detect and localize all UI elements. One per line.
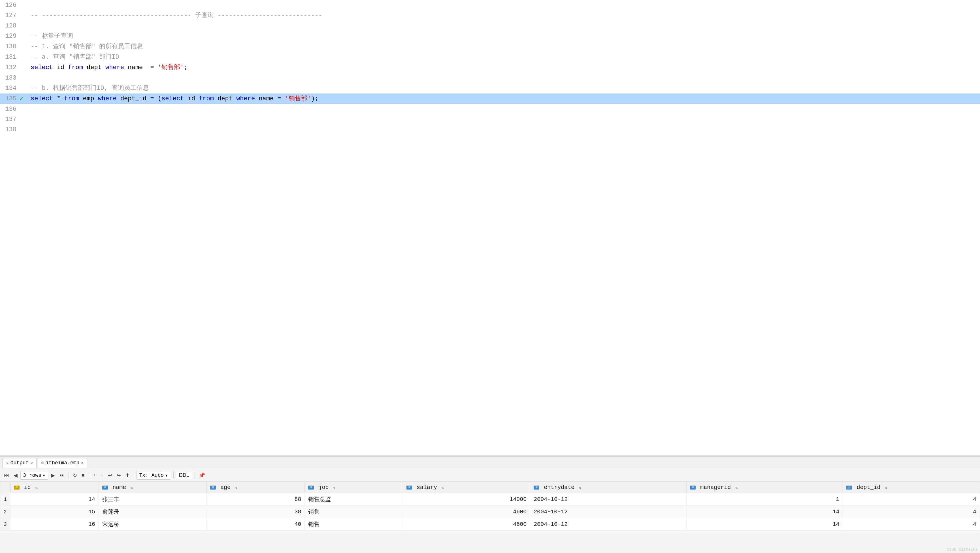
deptid-sort-icon: ⇅	[885, 486, 887, 490]
tab-itheima-emp[interactable]: ⊞ itheima.emp ✕	[38, 458, 87, 468]
row-1-id: 14	[10, 493, 99, 506]
code-line-128: 128	[0, 21, 980, 31]
rows-count-label: 3 rows	[23, 473, 41, 478]
data-table-container[interactable]: 🔑 id ⇅ ≡ name ⇅ ≡ age ⇅ ≡	[0, 481, 980, 553]
col-header-managerid[interactable]: ≡ managerid ⇅	[687, 482, 843, 493]
row-3-job: 销售	[305, 518, 403, 531]
delete-row-button[interactable]: −	[99, 471, 105, 479]
check-icon: ✓	[19, 95, 24, 103]
col-header-entrydate[interactable]: ≡ entrydate ⇅	[530, 482, 687, 493]
code-line-135: 135 ✓ select * from emp where dept_id = …	[0, 94, 980, 104]
code-lines-container: 126 127 -- -----------------------------…	[0, 0, 980, 135]
emp-tab-icon: ⊞	[41, 460, 44, 466]
line-gutter-138: 138	[0, 126, 28, 133]
tx-dropdown[interactable]: Tx: Auto ▾	[136, 471, 171, 480]
line-gutter-136: 136	[0, 106, 28, 113]
row-3-entrydate: 2004-10-12	[530, 518, 687, 531]
row-1-num: 1	[0, 493, 11, 506]
salary-sort-icon: ⇅	[442, 486, 444, 490]
managerid-sort-icon: ⇅	[735, 486, 738, 490]
row-2-id: 15	[10, 506, 99, 518]
deptid-col-icon: 🔗	[846, 486, 852, 489]
entrydate-col-icon: ≡	[534, 486, 539, 489]
emp-tab-close[interactable]: ✕	[81, 461, 83, 465]
code-line-131: 131 -- a. 查询 "销售部" 部门ID	[0, 52, 980, 62]
nav-first-button[interactable]: ⏮	[2, 471, 11, 479]
col-header-job[interactable]: ≡ job ⇅	[305, 482, 403, 493]
row-1-age: 88	[207, 493, 305, 506]
col-header-name[interactable]: ≡ name ⇅	[99, 482, 207, 493]
rows-dropdown-arrow: ▾	[43, 472, 46, 478]
line-gutter-131: 131	[0, 54, 28, 61]
salary-col-icon: ≡	[406, 486, 412, 489]
age-sort-icon: ⇅	[235, 486, 237, 490]
undo-button[interactable]: ↩	[106, 471, 114, 480]
row-2-job: 销售	[305, 506, 403, 518]
entrydate-sort-icon: ⇅	[579, 486, 581, 490]
results-table: 🔑 id ⇅ ≡ name ⇅ ≡ age ⇅ ≡	[0, 481, 980, 531]
line-gutter-128: 128	[0, 22, 28, 29]
line-gutter-129: 129	[0, 33, 28, 40]
line-gutter-126: 126	[0, 2, 28, 9]
emp-tab-label: itheima.emp	[46, 460, 80, 466]
tabs-bar: ⚡ Output ✕ ⊞ itheima.emp ✕	[0, 457, 980, 469]
nav-prev-button[interactable]: ◀	[12, 471, 19, 480]
code-line-132: 132 select id from dept where name = '销售…	[0, 62, 980, 73]
code-editor[interactable]: 126 127 -- -----------------------------…	[0, 0, 980, 455]
row-1-managerid: 1	[687, 493, 843, 506]
tx-dropdown-arrow: ▾	[165, 472, 168, 478]
add-row-button[interactable]: +	[91, 471, 98, 479]
redo-button[interactable]: ↪	[115, 471, 123, 480]
row-3-name: 宋远桥	[99, 518, 207, 531]
code-line-130: 130 -- 1. 查询 "销售部" 的所有员工信息	[0, 41, 980, 52]
nav-next-button[interactable]: ▶	[49, 471, 57, 480]
code-line-137: 137	[0, 114, 980, 124]
code-line-127: 127 -- ---------------------------------…	[0, 10, 980, 21]
age-col-icon: ≡	[210, 486, 216, 489]
job-sort-icon: ⇅	[333, 486, 335, 490]
toolbar-separator-1	[68, 472, 69, 479]
toolbar-separator-3	[134, 472, 134, 479]
output-tab-close[interactable]: ✕	[30, 461, 33, 465]
row-3-age: 40	[207, 518, 305, 531]
code-line-134: 134 -- b. 根据销售部部门ID, 查询员工信息	[0, 83, 980, 94]
row-1-deptid: 4	[843, 493, 980, 506]
tab-output[interactable]: ⚡ Output ✕	[2, 458, 37, 468]
name-col-icon: ≡	[102, 486, 108, 489]
row-2-deptid: 4	[843, 506, 980, 518]
pin-button[interactable]: 📌	[197, 471, 207, 480]
name-sort-icon: ⇅	[130, 486, 133, 490]
code-line-138: 138	[0, 124, 980, 135]
ddl-button[interactable]: DDL	[176, 471, 192, 479]
footer-watermark: CSDN @itheima	[947, 547, 978, 552]
col-header-dept-id[interactable]: 🔗 dept_id ⇅	[843, 482, 980, 493]
line-gutter-127: 127	[0, 12, 28, 19]
row-2-salary: 4600	[403, 506, 530, 518]
stop-button[interactable]: ■	[80, 471, 86, 479]
row-1-entrydate: 2004-10-12	[530, 493, 687, 506]
row-2-entrydate: 2004-10-12	[530, 506, 687, 518]
nav-last-button[interactable]: ⏭	[58, 471, 66, 479]
line-gutter-132: 132	[0, 64, 28, 71]
refresh-button[interactable]: ↻	[71, 471, 79, 480]
export-button[interactable]: ⬆	[124, 471, 131, 480]
results-section: ⚡ Output ✕ ⊞ itheima.emp ✕ ⏮ ◀ 3 rows ▾ …	[0, 457, 980, 553]
row-2-num: 2	[0, 506, 11, 518]
line-gutter-137: 137	[0, 116, 28, 123]
line-gutter-133: 133	[0, 75, 28, 81]
tx-label: Tx: Auto	[139, 473, 164, 478]
table-row: 3 16 宋远桥 40 销售 4600 2004-10-12 14 4	[0, 518, 980, 531]
row-1-salary: 14000	[403, 493, 530, 506]
rows-dropdown[interactable]: 3 rows ▾	[21, 471, 48, 480]
line-gutter-130: 130	[0, 43, 28, 50]
table-row: 2 15 俞莲舟 38 销售 4600 2004-10-12 14 4	[0, 506, 980, 518]
managerid-col-icon: ≡	[690, 486, 696, 489]
row-2-name: 俞莲舟	[99, 506, 207, 518]
table-header-row: 🔑 id ⇅ ≡ name ⇅ ≡ age ⇅ ≡	[0, 482, 980, 493]
id-sort-icon: ⇅	[35, 486, 38, 490]
col-header-age[interactable]: ≡ age ⇅	[207, 482, 305, 493]
col-header-salary[interactable]: ≡ salary ⇅	[403, 482, 530, 493]
col-header-rownum	[0, 482, 11, 493]
col-header-id[interactable]: 🔑 id ⇅	[10, 482, 99, 493]
code-line-126: 126	[0, 0, 980, 10]
